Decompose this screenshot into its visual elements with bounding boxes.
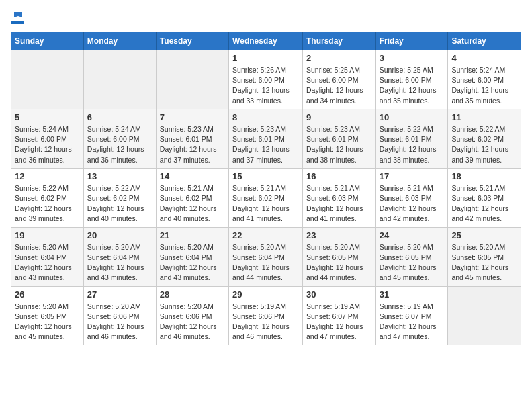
day-number: 4 xyxy=(451,53,517,63)
day-info: Sunrise: 5:20 AM Sunset: 6:04 PM Dayligh… xyxy=(232,242,299,283)
weekday-header: Sunday xyxy=(11,32,84,50)
svg-marker-0 xyxy=(14,12,22,17)
calendar-cell: 10Sunrise: 5:22 AM Sunset: 6:01 PM Dayli… xyxy=(375,109,448,168)
day-number: 10 xyxy=(380,112,445,122)
day-number: 12 xyxy=(15,171,80,181)
calendar-cell: 24Sunrise: 5:20 AM Sunset: 6:05 PM Dayli… xyxy=(375,227,448,286)
weekday-header: Tuesday xyxy=(156,32,228,50)
calendar-cell xyxy=(83,50,156,109)
calendar-cell: 22Sunrise: 5:20 AM Sunset: 6:04 PM Dayli… xyxy=(229,227,303,286)
day-number: 28 xyxy=(160,289,225,300)
calendar-cell: 1Sunrise: 5:26 AM Sunset: 6:00 PM Daylig… xyxy=(229,50,303,109)
logo-underline xyxy=(11,21,24,24)
day-info: Sunrise: 5:19 AM Sunset: 6:07 PM Dayligh… xyxy=(380,302,445,342)
calendar-cell: 21Sunrise: 5:20 AM Sunset: 6:04 PM Dayli… xyxy=(156,227,228,286)
day-number: 7 xyxy=(160,112,225,122)
calendar-cell xyxy=(11,50,84,109)
day-info: Sunrise: 5:20 AM Sunset: 6:06 PM Dayligh… xyxy=(160,302,225,342)
calendar-cell: 23Sunrise: 5:20 AM Sunset: 6:05 PM Dayli… xyxy=(302,227,375,286)
day-info: Sunrise: 5:20 AM Sunset: 6:04 PM Dayligh… xyxy=(15,242,80,283)
day-info: Sunrise: 5:19 AM Sunset: 6:06 PM Dayligh… xyxy=(232,302,299,342)
day-number: 16 xyxy=(306,171,372,181)
day-number: 17 xyxy=(380,171,445,181)
calendar-cell: 30Sunrise: 5:19 AM Sunset: 6:07 PM Dayli… xyxy=(302,286,375,345)
day-number: 9 xyxy=(306,112,372,122)
page-header xyxy=(11,11,521,24)
calendar-cell: 29Sunrise: 5:19 AM Sunset: 6:06 PM Dayli… xyxy=(229,286,303,345)
weekday-header: Monday xyxy=(83,32,156,50)
calendar-cell: 13Sunrise: 5:22 AM Sunset: 6:02 PM Dayli… xyxy=(83,168,156,227)
calendar-week-row: 26Sunrise: 5:20 AM Sunset: 6:05 PM Dayli… xyxy=(11,286,521,345)
day-info: Sunrise: 5:23 AM Sunset: 6:01 PM Dayligh… xyxy=(232,124,299,165)
calendar-cell: 28Sunrise: 5:20 AM Sunset: 6:06 PM Dayli… xyxy=(156,286,228,345)
day-number: 14 xyxy=(160,171,225,181)
day-number: 25 xyxy=(451,230,517,240)
calendar-cell xyxy=(156,50,228,109)
calendar-cell: 8Sunrise: 5:23 AM Sunset: 6:01 PM Daylig… xyxy=(229,109,303,168)
calendar-week-row: 5Sunrise: 5:24 AM Sunset: 6:00 PM Daylig… xyxy=(11,109,521,168)
day-info: Sunrise: 5:20 AM Sunset: 6:04 PM Dayligh… xyxy=(87,242,152,283)
day-info: Sunrise: 5:19 AM Sunset: 6:07 PM Dayligh… xyxy=(306,302,372,342)
day-info: Sunrise: 5:21 AM Sunset: 6:03 PM Dayligh… xyxy=(306,183,372,224)
day-number: 21 xyxy=(160,230,225,240)
weekday-header-row: SundayMondayTuesdayWednesdayThursdayFrid… xyxy=(11,32,521,50)
day-info: Sunrise: 5:25 AM Sunset: 6:00 PM Dayligh… xyxy=(306,65,372,106)
weekday-header: Saturday xyxy=(448,32,521,50)
day-info: Sunrise: 5:23 AM Sunset: 6:01 PM Dayligh… xyxy=(306,124,372,165)
calendar-cell: 26Sunrise: 5:20 AM Sunset: 6:05 PM Dayli… xyxy=(11,286,84,345)
day-info: Sunrise: 5:24 AM Sunset: 6:00 PM Dayligh… xyxy=(15,124,80,165)
calendar-cell: 27Sunrise: 5:20 AM Sunset: 6:06 PM Dayli… xyxy=(83,286,156,345)
weekday-header: Wednesday xyxy=(229,32,303,50)
calendar-cell: 3Sunrise: 5:25 AM Sunset: 6:00 PM Daylig… xyxy=(375,50,448,109)
day-number: 2 xyxy=(306,53,372,63)
calendar-cell: 11Sunrise: 5:22 AM Sunset: 6:02 PM Dayli… xyxy=(448,109,521,168)
calendar-cell: 9Sunrise: 5:23 AM Sunset: 6:01 PM Daylig… xyxy=(302,109,375,168)
day-number: 27 xyxy=(87,289,152,300)
day-info: Sunrise: 5:20 AM Sunset: 6:04 PM Dayligh… xyxy=(160,242,225,283)
day-info: Sunrise: 5:24 AM Sunset: 6:00 PM Dayligh… xyxy=(87,124,152,165)
day-number: 31 xyxy=(380,289,445,300)
day-info: Sunrise: 5:20 AM Sunset: 6:05 PM Dayligh… xyxy=(451,242,517,283)
calendar-cell: 20Sunrise: 5:20 AM Sunset: 6:04 PM Dayli… xyxy=(83,227,156,286)
day-number: 3 xyxy=(380,53,445,63)
calendar-week-row: 19Sunrise: 5:20 AM Sunset: 6:04 PM Dayli… xyxy=(11,227,521,286)
day-number: 1 xyxy=(232,53,299,63)
day-info: Sunrise: 5:23 AM Sunset: 6:01 PM Dayligh… xyxy=(160,124,225,165)
calendar-cell: 5Sunrise: 5:24 AM Sunset: 6:00 PM Daylig… xyxy=(11,109,84,168)
day-number: 15 xyxy=(232,171,299,181)
calendar-cell: 19Sunrise: 5:20 AM Sunset: 6:04 PM Dayli… xyxy=(11,227,84,286)
calendar-week-row: 1Sunrise: 5:26 AM Sunset: 6:00 PM Daylig… xyxy=(11,50,521,109)
calendar-cell: 12Sunrise: 5:22 AM Sunset: 6:02 PM Dayli… xyxy=(11,168,84,227)
calendar-cell: 7Sunrise: 5:23 AM Sunset: 6:01 PM Daylig… xyxy=(156,109,228,168)
calendar-cell: 14Sunrise: 5:21 AM Sunset: 6:02 PM Dayli… xyxy=(156,168,228,227)
calendar-week-row: 12Sunrise: 5:22 AM Sunset: 6:02 PM Dayli… xyxy=(11,168,521,227)
day-info: Sunrise: 5:25 AM Sunset: 6:00 PM Dayligh… xyxy=(380,65,445,106)
calendar-cell: 18Sunrise: 5:21 AM Sunset: 6:03 PM Dayli… xyxy=(448,168,521,227)
day-info: Sunrise: 5:21 AM Sunset: 6:03 PM Dayligh… xyxy=(451,183,517,224)
day-number: 29 xyxy=(232,289,299,300)
weekday-header: Friday xyxy=(375,32,448,50)
day-info: Sunrise: 5:22 AM Sunset: 6:02 PM Dayligh… xyxy=(87,183,152,224)
day-info: Sunrise: 5:21 AM Sunset: 6:03 PM Dayligh… xyxy=(380,183,445,224)
calendar-cell: 25Sunrise: 5:20 AM Sunset: 6:05 PM Dayli… xyxy=(448,227,521,286)
day-number: 20 xyxy=(87,230,152,240)
day-number: 5 xyxy=(15,112,80,122)
day-info: Sunrise: 5:21 AM Sunset: 6:02 PM Dayligh… xyxy=(232,183,299,224)
day-number: 30 xyxy=(306,289,372,300)
calendar-table: SundayMondayTuesdayWednesdayThursdayFrid… xyxy=(11,32,521,345)
day-info: Sunrise: 5:20 AM Sunset: 6:05 PM Dayligh… xyxy=(306,242,372,283)
day-info: Sunrise: 5:22 AM Sunset: 6:01 PM Dayligh… xyxy=(380,124,445,165)
day-number: 18 xyxy=(451,171,517,181)
day-number: 24 xyxy=(380,230,445,240)
day-number: 6 xyxy=(87,112,152,122)
day-number: 13 xyxy=(87,171,152,181)
day-info: Sunrise: 5:20 AM Sunset: 6:05 PM Dayligh… xyxy=(380,242,445,283)
day-info: Sunrise: 5:22 AM Sunset: 6:02 PM Dayligh… xyxy=(15,183,80,224)
day-number: 19 xyxy=(15,230,80,240)
day-info: Sunrise: 5:22 AM Sunset: 6:02 PM Dayligh… xyxy=(451,124,517,165)
calendar-cell: 17Sunrise: 5:21 AM Sunset: 6:03 PM Dayli… xyxy=(375,168,448,227)
calendar-cell: 15Sunrise: 5:21 AM Sunset: 6:02 PM Dayli… xyxy=(229,168,303,227)
weekday-header: Thursday xyxy=(302,32,375,50)
calendar-cell: 4Sunrise: 5:24 AM Sunset: 6:00 PM Daylig… xyxy=(448,50,521,109)
day-number: 22 xyxy=(232,230,299,240)
